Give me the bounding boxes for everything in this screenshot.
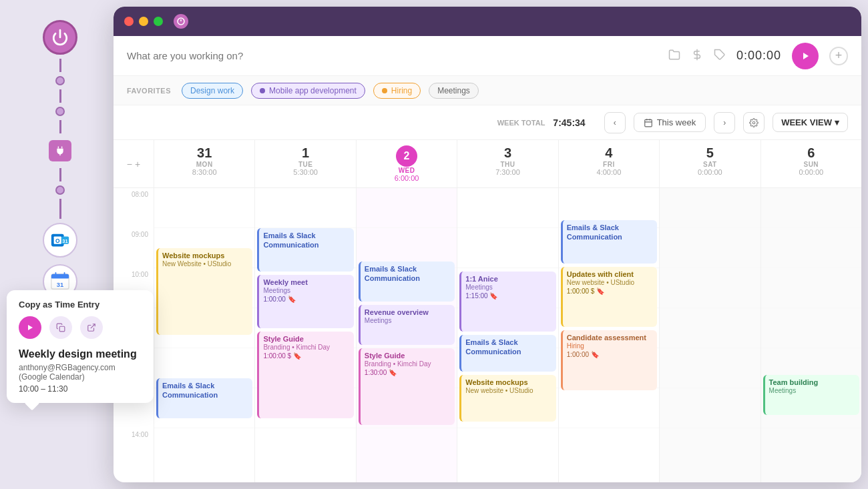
window-close-dot[interactable] (124, 17, 134, 26)
tooltip-external-btn[interactable] (80, 316, 103, 339)
title-bar (114, 7, 861, 36)
sidebar-connector-5 (59, 199, 61, 219)
cal-day-label-mon: MON (161, 161, 248, 168)
event-title: Website mockups (465, 378, 552, 387)
calendar-body: 08:00 09:00 10:00 11:00 12:00 13:00 14:0… (114, 188, 861, 482)
event-title: Style Guide (365, 351, 451, 360)
sidebar-connector-2 (59, 89, 61, 103)
cal-header-mon: 31 MON 8:30:00 (154, 140, 254, 187)
event-title: Emails & Slack Communication (465, 338, 552, 357)
event-website-thu[interactable]: Website mockups New website • UStudio (459, 375, 556, 422)
fav-design-label: Design work (190, 86, 234, 95)
fav-design[interactable]: Design work (182, 83, 243, 99)
event-anice-thu[interactable]: 1:1 Anice Meetings 1:15:00 🔖 (459, 272, 556, 332)
tooltip-copy-btn[interactable] (49, 316, 72, 339)
fav-meetings-label: Meetings (437, 86, 470, 95)
event-title: Emails & Slack Communication (365, 264, 451, 284)
hour-row (357, 188, 457, 228)
week-view-chevron: ▾ (835, 117, 839, 127)
day-col-sat (659, 188, 760, 482)
window-maximize-dot[interactable] (154, 17, 163, 26)
event-updates-fri[interactable]: Updates with client New website • UStudi… (561, 267, 657, 327)
cal-hours-sat: 0:00:00 (666, 168, 753, 176)
event-style-guide-wed[interactable]: Style Guide Branding • Kimchi Day 1:30:0… (359, 348, 455, 425)
calendar-settings-button[interactable] (743, 112, 765, 133)
hour-row (660, 268, 760, 308)
svg-rect-2 (61, 146, 62, 148)
event-emails-thu[interactable]: Emails & Slack Communication (459, 335, 556, 372)
event-time: 1:00:00 🔖 (567, 351, 653, 358)
svg-rect-23 (644, 119, 652, 127)
event-candidate-fri[interactable]: Candidate assessment Hiring 1:00:00 🔖 (561, 330, 657, 390)
app-logo (174, 14, 188, 29)
fav-hiring-dot (382, 88, 387, 93)
start-timer-button[interactable] (792, 43, 819, 69)
week-view-label: WEEK VIEW (781, 117, 832, 127)
tooltip-event-title: Weekly design meeting (19, 348, 142, 360)
cal-day-num-31: 31 (161, 145, 248, 161)
fav-hiring[interactable]: Hiring (373, 83, 421, 99)
event-title: Weekly meet (263, 278, 349, 287)
svg-marker-15 (28, 325, 33, 330)
cal-day-label-wed: WED (363, 167, 450, 174)
event-sub: New Website • UStudio (162, 260, 248, 268)
event-revenue-wed[interactable]: Revenue overview Meetings (359, 305, 455, 345)
cal-hours-fri: 4:00:00 (566, 168, 652, 176)
event-sub: Meetings (263, 287, 349, 294)
sidebar-connector-4 (59, 168, 61, 181)
event-team-building-sun[interactable]: Team building Meetings (763, 375, 859, 415)
event-style-guide-tue[interactable]: Style Guide Branding • Kimchi Day 1:00:0… (257, 332, 353, 418)
day-col-thu: 1:1 Anice Meetings 1:15:00 🔖 Emails & Sl… (457, 188, 558, 482)
zoom-controls[interactable]: − + (114, 140, 154, 187)
sidebar-connector (59, 59, 61, 72)
next-week-button[interactable]: › (714, 112, 735, 133)
sidebar-connector-3 (59, 120, 61, 133)
svg-rect-16 (59, 326, 65, 332)
cal-hours-sun: 0:00:00 (768, 168, 855, 176)
header-actions: 0:00:00 + (668, 43, 848, 69)
hour-row (660, 308, 760, 348)
event-emails-slack-tue[interactable]: Emails & Slack Communication (257, 228, 353, 272)
fav-hiring-label: Hiring (391, 86, 412, 95)
dollar-icon[interactable] (691, 49, 703, 63)
hour-row (660, 228, 760, 268)
cal-header-thu: 3 THU 7:30:00 (457, 140, 558, 187)
fav-mobile[interactable]: Mobile app development (251, 83, 365, 99)
search-input[interactable] (127, 50, 658, 61)
event-title: Emails & Slack Communication (162, 381, 248, 400)
week-view-button[interactable]: WEEK VIEW ▾ (773, 113, 848, 132)
event-title: 1:1 Anice (465, 274, 552, 284)
cal-header-tue: 1 TUE 5:30:00 (254, 140, 355, 187)
event-title: Candidate assessment (567, 333, 653, 342)
event-website-mockups-mon[interactable]: Website mockups New Website • UStudio (156, 248, 252, 335)
folder-icon[interactable] (668, 49, 680, 63)
zoom-minus[interactable]: − (127, 159, 132, 169)
fav-meetings[interactable]: Meetings (429, 83, 479, 99)
prev-week-button[interactable]: ‹ (604, 112, 626, 133)
this-week-button[interactable]: This week (634, 113, 706, 132)
hour-row (457, 228, 558, 268)
svg-marker-22 (803, 53, 809, 59)
tag-icon[interactable] (714, 49, 726, 63)
event-emails-fri[interactable]: Emails & Slack Communication (561, 220, 657, 264)
event-emails-mon-bottom[interactable]: Emails & Slack Communication (156, 378, 252, 418)
tooltip-actions (19, 316, 142, 339)
event-emails-wed[interactable]: Emails & Slack Communication (359, 262, 455, 302)
cal-day-label-thu: THU (464, 161, 551, 168)
day-col-mon: Website mockups New Website • UStudio Em… (154, 188, 254, 482)
tooltip-play-btn[interactable] (19, 316, 41, 339)
outlook-icon[interactable]: O 31 (43, 223, 77, 258)
day-col-fri: Emails & Slack Communication Updates wit… (558, 188, 659, 482)
window-minimize-dot[interactable] (139, 17, 148, 26)
event-weekly-meet-tue[interactable]: Weekly meet Meetings 1:00:00 🔖 (257, 275, 353, 328)
calendar-header: − + 31 MON 8:30:00 1 TUE 5:30:00 (114, 140, 861, 188)
hour-row (761, 308, 861, 348)
tooltip-email: anthony@RGBagency.com (Google Calendar) (19, 363, 142, 382)
week-total-value: 7:45:34 (553, 117, 585, 128)
power-button[interactable] (43, 20, 77, 55)
hour-row (255, 188, 355, 228)
zoom-plus[interactable]: + (135, 159, 140, 169)
add-entry-button[interactable]: + (829, 47, 848, 65)
event-title: Style Guide (263, 334, 349, 344)
time-0900: 09:00 (114, 228, 154, 268)
